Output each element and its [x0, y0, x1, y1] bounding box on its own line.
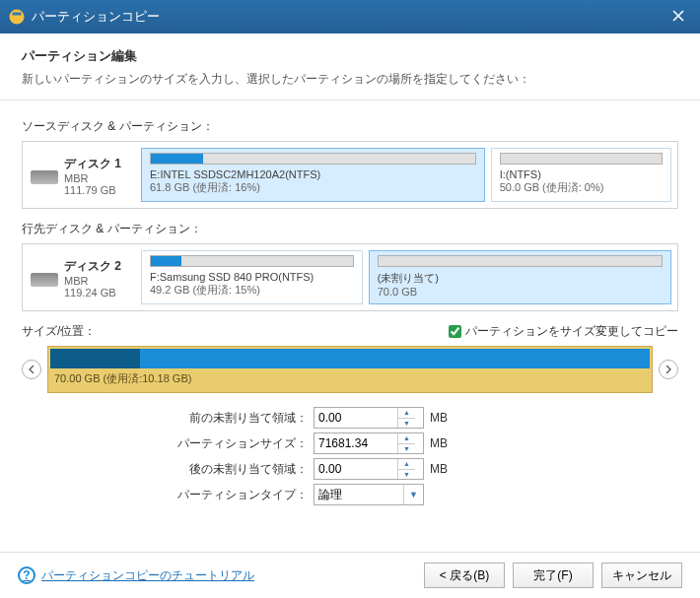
disk-scheme: MBR — [64, 172, 121, 184]
after-input[interactable] — [315, 459, 397, 479]
sizepos-row: サイズ/位置： パーティションをサイズ変更してコピー — [22, 323, 678, 340]
before-spin[interactable]: ▲▼ — [314, 407, 424, 429]
before-label: 前の未割り当て領域： — [160, 410, 308, 427]
resize-copy-checkbox-label[interactable]: パーティションをサイズ変更してコピー — [449, 323, 678, 340]
source-disk-row: ディスク 1 MBR 111.79 GB E:INTEL SSDSC2MH120… — [22, 141, 678, 209]
slider-left-button[interactable] — [22, 360, 41, 379]
header: パーティション編集 新しいパーティションのサイズを入力し、選択したパーティション… — [0, 33, 700, 100]
partition-stat: 70.0 GB — [378, 286, 663, 298]
disk-size: 111.79 GB — [64, 184, 121, 196]
disk-icon — [31, 273, 58, 287]
dest-disk-info: ディスク 2 MBR 119.24 GB — [29, 250, 135, 304]
dest-section-label: 行先ディスク & パーティション： — [22, 221, 678, 237]
tutorial-link[interactable]: ? パーティションコピーのチュートリアル — [18, 566, 416, 584]
window-title: パーティションコピー — [32, 8, 665, 26]
slider-caption: 70.00 GB (使用済:10.18 GB) — [50, 368, 650, 390]
partition-name: E:INTEL SSDSC2MH120A2(NTFS) — [150, 168, 476, 180]
size-label: パーティションサイズ： — [160, 435, 308, 452]
page-subtitle: 新しいパーティションのサイズを入力し、選択したパーティションの場所を指定してくだ… — [22, 71, 678, 88]
page-title: パーティション編集 — [22, 47, 678, 65]
unit-label: MB — [430, 462, 454, 476]
finish-button[interactable]: 完了(F) — [513, 563, 594, 588]
partition-card[interactable]: I:(NTFS)50.0 GB (使用済: 0%) — [491, 148, 671, 202]
disk-name: ディスク 1 — [64, 156, 121, 172]
tutorial-link-text: パーティションコピーのチュートリアル — [41, 567, 254, 584]
svg-rect-1 — [13, 13, 22, 16]
partition-card[interactable]: (未割り当て)70.0 GB — [369, 250, 671, 304]
resize-copy-checkbox[interactable] — [449, 325, 461, 338]
type-label: パーティションタイプ： — [160, 487, 308, 503]
back-button[interactable]: < 戻る(B) — [424, 563, 505, 588]
size-slider[interactable]: 70.00 GB (使用済:10.18 GB) — [47, 346, 653, 393]
app-icon — [8, 8, 26, 26]
dest-disk-row: ディスク 2 MBR 119.24 GB F:Samsung SSD 840 P… — [22, 243, 678, 311]
source-section-label: ソースディスク & パーティション： — [22, 118, 678, 135]
spin-down-icon[interactable]: ▼ — [398, 444, 415, 454]
after-label: 後の未割り当て領域： — [160, 461, 308, 478]
partition-card[interactable]: E:INTEL SSDSC2MH120A2(NTFS)61.8 GB (使用済:… — [141, 148, 485, 202]
partition-card[interactable]: F:Samsung SSD 840 PRO(NTFS)49.2 GB (使用済:… — [141, 250, 363, 304]
spin-up-icon[interactable]: ▲ — [398, 433, 415, 444]
titlebar: パーティションコピー — [0, 0, 700, 33]
cancel-button[interactable]: キャンセル — [601, 563, 682, 588]
spin-down-icon[interactable]: ▼ — [398, 419, 415, 429]
sizepos-label: サイズ/位置： — [22, 323, 449, 340]
slider-right-button[interactable] — [659, 360, 678, 379]
checkbox-text: パーティションをサイズ変更してコピー — [465, 323, 678, 340]
chevron-left-icon — [28, 365, 35, 373]
partition-name: (未割り当て) — [378, 271, 663, 286]
partition-stat: 49.2 GB (使用済: 15%) — [150, 283, 354, 298]
help-icon: ? — [18, 566, 35, 584]
unit-label: MB — [430, 436, 454, 450]
size-input[interactable] — [315, 433, 397, 453]
partition-name: F:Samsung SSD 840 PRO(NTFS) — [150, 271, 354, 283]
footer: ? パーティションコピーのチュートリアル < 戻る(B) 完了(F) キャンセル — [0, 552, 700, 598]
size-slider-row: 70.00 GB (使用済:10.18 GB) — [22, 346, 678, 393]
type-combo[interactable]: ▼ — [314, 484, 424, 505]
chevron-down-icon[interactable]: ▼ — [403, 485, 423, 504]
form-grid: 前の未割り当て領域： ▲▼ MB パーティションサイズ： ▲▼ MB 後の未割り… — [160, 407, 678, 505]
spin-down-icon[interactable]: ▼ — [398, 470, 415, 480]
partition-name: I:(NTFS) — [500, 168, 663, 180]
svg-point-0 — [10, 10, 25, 25]
disk-size: 119.24 GB — [64, 287, 121, 299]
spin-up-icon[interactable]: ▲ — [398, 408, 415, 419]
partition-stat: 50.0 GB (使用済: 0%) — [500, 180, 663, 195]
close-button[interactable] — [665, 10, 692, 25]
close-icon — [672, 10, 684, 22]
chevron-right-icon — [665, 365, 672, 373]
spin-up-icon[interactable]: ▲ — [398, 459, 415, 470]
size-spin[interactable]: ▲▼ — [314, 432, 424, 454]
partition-stat: 61.8 GB (使用済: 16%) — [150, 180, 476, 195]
disk-icon — [31, 170, 58, 184]
type-input[interactable] — [315, 485, 403, 504]
after-spin[interactable]: ▲▼ — [314, 458, 424, 480]
unit-label: MB — [430, 411, 454, 425]
disk-name: ディスク 2 — [64, 258, 121, 275]
source-disk-info: ディスク 1 MBR 111.79 GB — [29, 148, 135, 202]
disk-scheme: MBR — [64, 275, 121, 287]
before-input[interactable] — [315, 408, 397, 428]
